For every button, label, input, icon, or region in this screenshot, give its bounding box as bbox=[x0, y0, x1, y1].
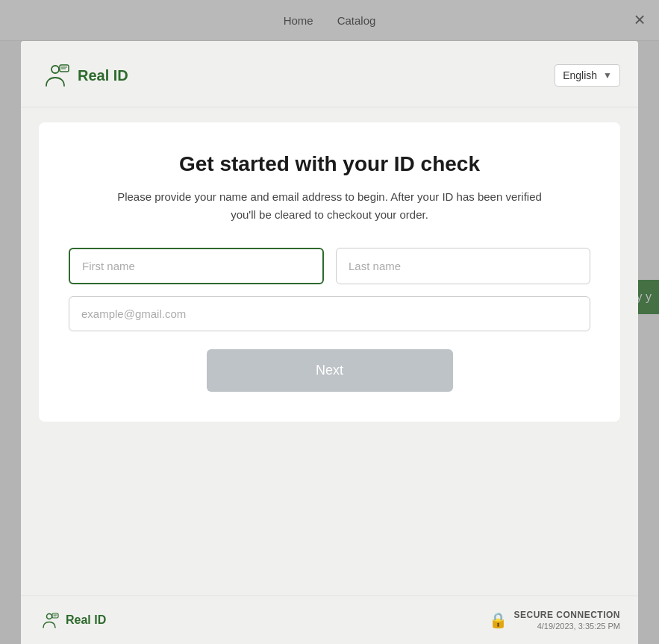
close-button[interactable]: × bbox=[628, 7, 652, 31]
language-selected: English bbox=[563, 69, 597, 81]
svg-point-5 bbox=[47, 614, 52, 619]
lock-icon: 🔒 bbox=[489, 611, 507, 629]
footer-logo-text: Real ID bbox=[66, 613, 106, 627]
footer-logo-icon bbox=[39, 610, 60, 631]
svg-rect-0 bbox=[39, 59, 72, 92]
modal-title: Get started with your ID check bbox=[69, 152, 590, 176]
secure-label: SECURE CONNECTION bbox=[513, 610, 620, 620]
id-check-modal: Real ID English ▼ Get started with your … bbox=[21, 41, 638, 644]
last-name-input[interactable] bbox=[336, 248, 590, 284]
modal-header: Real ID English ▼ bbox=[21, 41, 638, 107]
secure-connection-info: 🔒 SECURE CONNECTION 4/19/2023, 3:35:25 P… bbox=[489, 610, 620, 631]
svg-point-1 bbox=[51, 66, 59, 73]
modal-subtitle: Please provide your name and email addre… bbox=[113, 188, 546, 224]
email-input[interactable] bbox=[69, 296, 590, 331]
first-name-input[interactable] bbox=[69, 248, 324, 284]
next-button[interactable]: Next bbox=[207, 349, 453, 392]
chevron-down-icon: ▼ bbox=[603, 70, 612, 81]
modal-body: Get started with your ID check Please pr… bbox=[39, 122, 620, 422]
language-selector[interactable]: English ▼ bbox=[555, 64, 620, 87]
modal-logo: Real ID bbox=[39, 59, 128, 92]
svg-rect-6 bbox=[52, 613, 58, 618]
real-id-logo-icon bbox=[39, 59, 72, 92]
timestamp: 4/19/2023, 3:35:25 PM bbox=[513, 622, 620, 631]
modal-footer: Real ID 🔒 SECURE CONNECTION 4/19/2023, 3… bbox=[21, 595, 638, 644]
modal-logo-text: Real ID bbox=[78, 67, 128, 84]
footer-logo: Real ID bbox=[39, 610, 106, 631]
name-row bbox=[69, 248, 590, 284]
